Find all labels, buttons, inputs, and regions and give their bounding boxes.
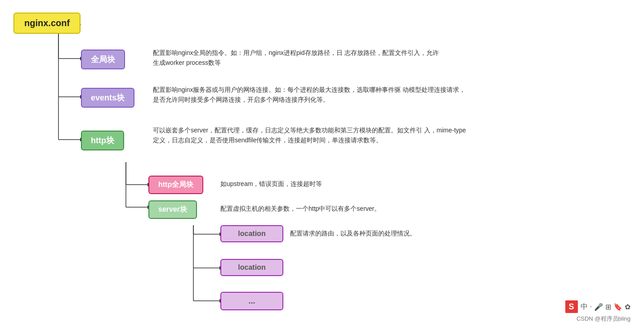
csdn-label: CSDN @程序员bling: [577, 315, 631, 323]
zhong-icon: 中: [581, 302, 588, 312]
location1-box: location: [220, 225, 283, 242]
csdn-icon-row: 中 · 🎤 ⊞ 🔖 ✿: [581, 302, 631, 312]
global-desc: 配置影响nginx全局的指令。如：用户组，nginx进程pid存放路径，日 志存…: [153, 48, 441, 68]
global-block-box: 全局块: [81, 50, 125, 69]
server-desc: 配置虚拟主机的相关参数，一个http中可以有多个server。: [220, 204, 445, 213]
http-block-box: http块: [81, 131, 124, 150]
location2-box: location: [220, 259, 283, 276]
events-desc: 配置影响nginx服务器或与用户的网络连接。如：每个进程的最大连接数，选取哪种事…: [153, 85, 468, 105]
grid-icon: ⊞: [605, 303, 611, 311]
nginx-conf-box: nginx.conf: [13, 13, 80, 34]
csdn-s-logo: S: [565, 300, 578, 313]
csdn-logo-row: S 中 · 🎤 ⊞ 🔖 ✿: [565, 300, 631, 313]
http-global-desc: 如upstream，错误页面，连接超时等: [220, 179, 400, 189]
http-global-block-box: http全局块: [148, 176, 203, 194]
server-block-box: server块: [148, 200, 197, 219]
dots-box: ...: [220, 292, 283, 310]
dot-icon: ·: [590, 303, 592, 311]
bookmark-icon: 🔖: [613, 303, 622, 311]
flower-icon: ✿: [625, 303, 631, 311]
location1-desc: 配置请求的路由，以及各种页面的处理情况。: [290, 228, 470, 238]
mic-icon: 🎤: [594, 303, 603, 311]
diagram-container: nginx.conf 全局块 events块 http块 http全局块 ser…: [0, 0, 644, 331]
csdn-watermark: S 中 · 🎤 ⊞ 🔖 ✿ CSDN @程序员bling: [565, 300, 631, 323]
events-block-box: events块: [81, 88, 134, 108]
http-desc: 可以嵌套多个server，配置代理，缓存，日志定义等绝大多数功能和第三方模块的配…: [153, 125, 468, 145]
